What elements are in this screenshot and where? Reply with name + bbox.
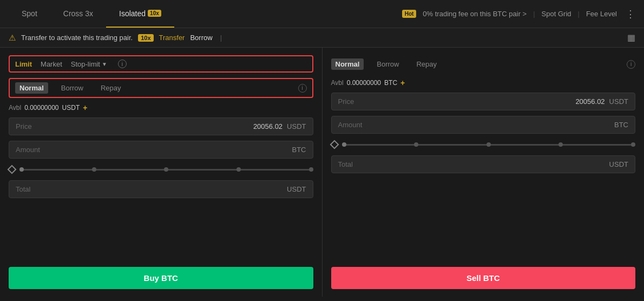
slider-dot-sell-3 bbox=[558, 142, 563, 147]
mode-info-icon-sell[interactable]: i bbox=[627, 60, 635, 69]
avbl-label-buy: Avbl bbox=[9, 104, 21, 112]
avbl-value-sell: 0.00000000 bbox=[347, 79, 381, 87]
sell-button[interactable]: Sell BTC bbox=[331, 267, 636, 289]
slider-track-buy[interactable] bbox=[19, 169, 313, 171]
avbl-label-sell: Avbl bbox=[331, 79, 344, 87]
isolated-badge: 10x bbox=[148, 10, 161, 17]
slider-dot-sell-1 bbox=[414, 142, 418, 147]
slider-dot-4 bbox=[309, 167, 313, 172]
spot-grid-link[interactable]: Spot Grid bbox=[542, 10, 571, 18]
normal-mode-button-sell[interactable]: Normal bbox=[331, 58, 364, 70]
stop-limit-chevron: ▼ bbox=[102, 61, 107, 67]
tab-isolated[interactable]: Isolated 10x bbox=[106, 0, 174, 28]
transfer-link[interactable]: Transfer bbox=[159, 34, 185, 42]
slider-dots-sell bbox=[342, 142, 636, 147]
total-currency-buy: USDT bbox=[287, 185, 306, 193]
buy-panel: Limit Market Stop-limit ▼ i Normal Borro… bbox=[0, 48, 323, 297]
amount-label-sell: Amount bbox=[338, 121, 363, 129]
amount-right-sell: BTC bbox=[614, 121, 628, 129]
warning-icon: ⚠ bbox=[9, 33, 16, 43]
avbl-currency-sell: BTC bbox=[384, 79, 397, 87]
price-value-sell: 20056.02 bbox=[575, 97, 604, 106]
borrow-mode-button-sell[interactable]: Borrow bbox=[372, 58, 403, 70]
limit-button[interactable]: Limit bbox=[15, 60, 32, 68]
amount-right-buy: BTC bbox=[292, 146, 306, 154]
slider-diamond-buy bbox=[8, 165, 17, 174]
leverage-badge: 10x bbox=[138, 34, 153, 42]
price-input-sell[interactable]: Price 20056.02 USDT bbox=[331, 93, 636, 110]
repay-mode-button-sell[interactable]: Repay bbox=[412, 58, 441, 70]
top-nav: Spot Cross 3x Isolated 10x Hot 0% tradin… bbox=[0, 0, 644, 28]
price-input-buy[interactable]: Price 20056.02 USDT bbox=[9, 117, 313, 135]
tab-isolated-label: Isolated bbox=[119, 9, 146, 18]
normal-mode-button[interactable]: Normal bbox=[15, 82, 48, 94]
total-label-buy: Total bbox=[16, 185, 30, 193]
total-input-sell[interactable]: Total USDT bbox=[331, 155, 636, 173]
slider-dot-sell-0 bbox=[342, 142, 346, 147]
market-button[interactable]: Market bbox=[41, 60, 62, 68]
slider-dot-0 bbox=[19, 167, 24, 172]
total-label-sell: Total bbox=[338, 160, 353, 168]
avbl-currency-buy: USDT bbox=[62, 104, 80, 112]
nav-divider-2: | bbox=[578, 10, 580, 18]
total-input-buy[interactable]: Total USDT bbox=[9, 180, 313, 198]
add-funds-icon[interactable]: + bbox=[83, 103, 87, 112]
order-type-row: Limit Market Stop-limit ▼ i bbox=[9, 55, 313, 73]
nav-right: Hot 0% trading fee on this BTC pair > | … bbox=[402, 8, 635, 20]
price-right-sell: 20056.02 USDT bbox=[575, 97, 628, 106]
slider-dot-sell-2 bbox=[487, 142, 491, 147]
mode-info-icon[interactable]: i bbox=[298, 84, 307, 93]
tab-cross-label: Cross 3x bbox=[63, 9, 93, 18]
order-type-info-icon[interactable]: i bbox=[118, 60, 127, 68]
more-options-icon[interactable]: ⋮ bbox=[626, 8, 635, 20]
price-label-buy: Price bbox=[16, 122, 32, 130]
tab-spot[interactable]: Spot bbox=[9, 0, 50, 28]
hot-badge: Hot bbox=[402, 10, 417, 18]
fee-level-link[interactable]: Fee Level bbox=[586, 10, 617, 18]
promo-text[interactable]: 0% trading fee on this BTC pair > bbox=[423, 10, 527, 18]
nav-divider-1: | bbox=[533, 10, 535, 18]
total-right-buy: USDT bbox=[287, 185, 306, 193]
slider-track-sell[interactable] bbox=[342, 144, 636, 146]
mode-row-sell: Normal Borrow Repay i bbox=[331, 55, 636, 73]
nav-tabs: Spot Cross 3x Isolated 10x bbox=[9, 0, 174, 28]
repay-mode-button[interactable]: Repay bbox=[96, 82, 126, 94]
banner-sep: | bbox=[220, 34, 222, 42]
price-currency-sell: USDT bbox=[609, 97, 628, 106]
sell-panel: Normal Borrow Repay i Avbl 0.00000000 BT… bbox=[323, 48, 645, 297]
stop-limit-button[interactable]: Stop-limit ▼ bbox=[71, 60, 107, 68]
slider-dot-1 bbox=[92, 167, 96, 172]
avbl-row-sell: Avbl 0.00000000 BTC + bbox=[331, 78, 636, 87]
slider-dot-2 bbox=[164, 167, 168, 172]
stop-limit-label: Stop-limit bbox=[71, 60, 100, 68]
price-right-buy: 20056.02 USDT bbox=[253, 122, 306, 130]
mode-row-buy: Normal Borrow Repay i bbox=[9, 78, 313, 98]
price-currency-buy: USDT bbox=[287, 122, 306, 130]
avbl-value-buy: 0.00000000 bbox=[24, 104, 58, 112]
price-label-sell: Price bbox=[338, 97, 354, 106]
main-content: Limit Market Stop-limit ▼ i Normal Borro… bbox=[0, 48, 644, 297]
slider-sell[interactable] bbox=[331, 139, 636, 150]
transfer-banner: ⚠ Transfer to activate this trading pair… bbox=[0, 28, 644, 48]
tab-spot-label: Spot bbox=[22, 9, 37, 18]
borrow-link[interactable]: Borrow bbox=[190, 34, 212, 42]
grid-icon[interactable]: ▦ bbox=[627, 32, 635, 43]
slider-dot-sell-4 bbox=[631, 142, 635, 147]
add-funds-icon-sell[interactable]: + bbox=[400, 78, 405, 87]
amount-currency-sell: BTC bbox=[614, 121, 628, 129]
banner-text: Transfer to activate this trading pair. bbox=[21, 34, 133, 42]
total-currency-sell: USDT bbox=[609, 160, 628, 168]
amount-input-buy[interactable]: Amount BTC bbox=[9, 141, 313, 159]
tab-cross[interactable]: Cross 3x bbox=[50, 0, 106, 28]
slider-dots-buy bbox=[19, 167, 313, 172]
amount-currency-buy: BTC bbox=[292, 146, 306, 154]
buy-button[interactable]: Buy BTC bbox=[9, 267, 313, 289]
amount-input-sell[interactable]: Amount BTC bbox=[331, 116, 636, 134]
price-value-buy: 20056.02 bbox=[253, 122, 282, 130]
slider-diamond-sell bbox=[330, 140, 339, 149]
avbl-row-buy: Avbl 0.00000000 USDT + bbox=[9, 103, 313, 112]
slider-buy[interactable] bbox=[9, 164, 313, 175]
slider-dot-3 bbox=[236, 167, 241, 172]
amount-label-buy: Amount bbox=[16, 146, 40, 154]
borrow-mode-button[interactable]: Borrow bbox=[57, 82, 88, 94]
